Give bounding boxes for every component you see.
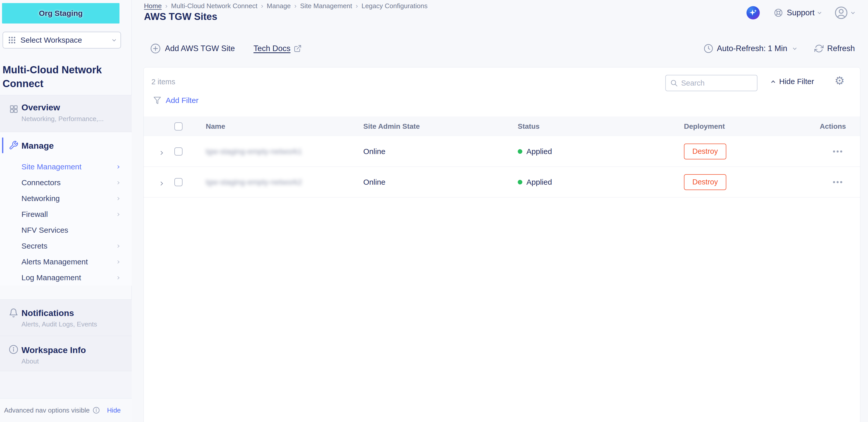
lifebuoy-icon: [774, 8, 783, 18]
overview-subtitle: Networking, Performance,...: [22, 115, 104, 123]
external-link-icon: [293, 44, 302, 53]
destroy-button[interactable]: Destroy: [684, 174, 726, 190]
destroy-button[interactable]: Destroy: [684, 144, 726, 159]
manage-submenu: Site Management Connectors Networking Fi…: [0, 159, 132, 285]
chevron-right-icon: [116, 244, 120, 248]
workspace-info-subtitle: About: [22, 357, 39, 365]
breadcrumb-mcnc[interactable]: Multi-Cloud Network Connect: [171, 2, 257, 10]
refresh-label: Refresh: [827, 44, 855, 53]
expand-row-chevron[interactable]: [159, 181, 163, 185]
tech-docs-label: Tech Docs: [253, 44, 290, 53]
search-placeholder: Search: [681, 79, 705, 87]
column-header-deployment[interactable]: Deployment: [684, 122, 725, 130]
workspace-info-label: Workspace Info: [22, 345, 86, 355]
advanced-nav-text: Advanced nav options visible: [4, 406, 90, 414]
chevron-down-icon: [851, 10, 855, 14]
user-menu[interactable]: [834, 6, 854, 20]
funnel-icon: [153, 96, 162, 105]
info-icon: [93, 407, 100, 414]
search-input[interactable]: Search: [665, 75, 757, 91]
column-header-site-admin-state[interactable]: Site Admin State: [363, 122, 420, 130]
sidebar-item-connectors[interactable]: Connectors: [0, 175, 132, 190]
auto-refresh-dropdown[interactable]: Auto-Refresh: 1 Min: [704, 42, 796, 55]
column-header-actions: Actions: [820, 122, 846, 130]
expand-row-chevron[interactable]: [159, 151, 163, 155]
breadcrumb-home[interactable]: Home: [144, 2, 162, 10]
bell-icon: [9, 308, 19, 318]
overview-label: Overview: [22, 102, 60, 112]
chevron-down-icon: [818, 10, 821, 14]
hide-filter-button[interactable]: Hide Filter: [772, 77, 814, 86]
tech-docs-link[interactable]: Tech Docs: [253, 42, 302, 55]
chevron-up-icon: [771, 80, 775, 84]
breadcrumb-legacy-configurations: Legacy Configurations: [362, 2, 428, 10]
info-icon: [9, 344, 19, 354]
site-name[interactable]: tgw-staging-empty-network2: [206, 178, 302, 186]
support-menu[interactable]: Support: [774, 6, 821, 20]
chevron-right-icon: [116, 276, 120, 279]
row-actions-menu[interactable]: [833, 150, 842, 152]
add-filter-button[interactable]: Add Filter: [153, 96, 198, 105]
sidebar-item-manage[interactable]: Manage: [0, 132, 132, 159]
select-all-checkbox[interactable]: [174, 122, 183, 130]
refresh-button[interactable]: Refresh: [814, 42, 855, 55]
status-dot: [518, 180, 522, 184]
breadcrumb-site-management[interactable]: Site Management: [300, 2, 352, 10]
notifications-label: Notifications: [22, 308, 74, 318]
add-aws-tgw-site-button[interactable]: Add AWS TGW Site: [150, 42, 235, 55]
table-panel: 2 items Add Filter Search Hide Filter ⚙ …: [144, 67, 860, 422]
sidebar-item-firewall[interactable]: Firewall: [0, 206, 132, 222]
row-checkbox[interactable]: [174, 147, 183, 156]
manage-label: Manage: [22, 141, 54, 151]
gear-icon[interactable]: ⚙: [835, 74, 844, 87]
items-count: 2 items: [151, 78, 175, 86]
breadcrumb-separator: ›: [355, 2, 358, 10]
refresh-icon: [814, 44, 824, 53]
site-admin-state: Online: [363, 178, 385, 186]
sidebar-item-overview[interactable]: Overview Networking, Performance,...: [0, 95, 132, 132]
org-banner[interactable]: Org Staging: [2, 3, 120, 24]
breadcrumb-separator: ›: [165, 2, 167, 10]
column-header-status[interactable]: Status: [518, 122, 540, 130]
chevron-right-icon: [116, 260, 120, 264]
sidebar-item-log-management[interactable]: Log Management: [0, 270, 132, 285]
clock-icon: [704, 44, 713, 53]
auto-refresh-label: Auto-Refresh: 1 Min: [717, 44, 787, 53]
table-header: Name Site Admin State Status Deployment …: [144, 117, 860, 136]
column-header-name[interactable]: Name: [206, 122, 225, 130]
overview-grid-icon: [9, 104, 19, 114]
avatar-icon: [834, 6, 848, 20]
sidebar-item-nfv-services[interactable]: NFV Services: [0, 222, 132, 238]
hide-filter-label: Hide Filter: [779, 77, 814, 86]
chevron-right-icon: [116, 165, 120, 169]
hide-advanced-nav-link[interactable]: Hide: [107, 406, 121, 414]
sidebar-item-notifications[interactable]: Notifications Alerts, Audit Logs, Events: [0, 299, 132, 336]
breadcrumb: Home › Multi-Cloud Network Connect › Man…: [144, 2, 428, 10]
wrench-icon: [9, 141, 19, 150]
row-actions-menu[interactable]: [833, 181, 842, 183]
sidebar-item-secrets[interactable]: Secrets: [0, 238, 132, 254]
site-admin-state: Online: [363, 147, 385, 156]
ai-assistant-button[interactable]: [746, 6, 760, 20]
sidebar: Org Staging Select Workspace Multi-Cloud…: [0, 0, 132, 422]
site-name[interactable]: tgw-staging-empty-network1: [206, 147, 302, 156]
breadcrumb-manage[interactable]: Manage: [267, 2, 291, 10]
status-dot: [518, 149, 522, 154]
status-cell: Applied: [518, 178, 552, 186]
chevron-right-icon: [116, 181, 120, 184]
workspace-selector-label: Select Workspace: [21, 36, 82, 44]
sidebar-item-workspace-info[interactable]: Workspace Info About: [0, 336, 132, 371]
status-cell: Applied: [518, 147, 552, 156]
sidebar-item-site-management[interactable]: Site Management: [0, 159, 132, 175]
table-row: tgw-staging-empty-network1 Online Applie…: [144, 136, 860, 167]
row-checkbox[interactable]: [174, 178, 183, 186]
sidebar-item-alerts-management[interactable]: Alerts Management: [0, 254, 132, 270]
sidebar-footer: Advanced nav options visible Hide: [0, 398, 132, 422]
breadcrumb-separator: ›: [261, 2, 263, 10]
workspace-selector[interactable]: Select Workspace: [3, 32, 121, 49]
chevron-down-icon: [793, 46, 797, 50]
org-banner-label: Org Staging: [39, 9, 83, 18]
sidebar-item-networking[interactable]: Networking: [0, 190, 132, 206]
add-filter-label: Add Filter: [166, 96, 198, 105]
active-section-bar: [2, 138, 3, 153]
